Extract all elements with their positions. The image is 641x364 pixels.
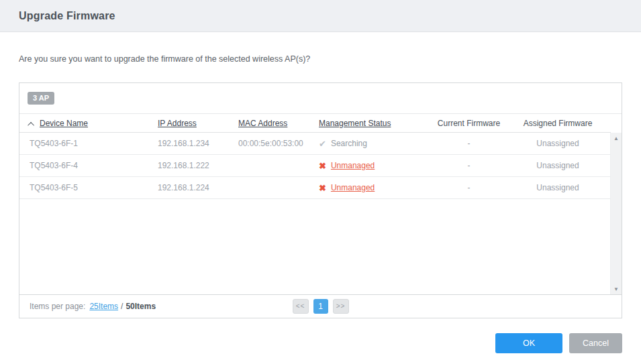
ip-address-cell: 192.168.1.224: [158, 183, 238, 192]
dialog-header: Upgrade Firmware: [0, 0, 641, 32]
table-body: TQ5403-6F-1 192.168.1.234 00:00:5e:00:53…: [19, 133, 622, 294]
current-firmware-cell: -: [433, 161, 505, 170]
device-name-cell: TQ5403-6F-4: [19, 161, 158, 170]
column-header-management-status[interactable]: Management Status: [319, 119, 433, 128]
items-per-page-50-selected: 50Items: [126, 302, 156, 311]
table-row[interactable]: TQ5403-6F-5 192.168.1.224 ✖ Unmanaged - …: [19, 177, 611, 199]
assigned-firmware-cell: Unassigned: [505, 139, 611, 148]
current-firmware-cell: -: [433, 139, 505, 148]
dialog-title: Upgrade Firmware: [19, 10, 115, 22]
page-controls: << 1 >>: [293, 299, 349, 314]
device-name-cell: TQ5403-6F-5: [19, 183, 158, 192]
column-header-current-firmware: Current Firmware: [433, 119, 505, 128]
ip-address-cell: 192.168.1.222: [158, 161, 238, 170]
check-icon: ✔: [319, 139, 326, 149]
cancel-button[interactable]: Cancel: [569, 333, 622, 353]
current-firmware-cell: -: [433, 183, 505, 192]
table-row[interactable]: TQ5403-6F-1 192.168.1.234 00:00:5e:00:53…: [19, 133, 611, 155]
ip-address-cell: 192.168.1.234: [158, 139, 238, 148]
column-header-ip-address[interactable]: IP Address: [158, 119, 238, 128]
assigned-firmware-cell: Unassigned: [505, 183, 611, 192]
device-name-cell: TQ5403-6F-1: [19, 139, 158, 148]
column-header-device-name[interactable]: Device Name: [19, 119, 158, 128]
table-toolbar: 3 AP: [19, 83, 622, 114]
confirmation-message: Are you sure you want to upgrade the fir…: [19, 54, 310, 64]
ap-table: 3 AP Device Name IP Address MAC Address …: [19, 82, 622, 318]
mac-address-cell: 00:00:5e:00:53:00: [238, 139, 319, 148]
items-per-page-label: Items per page:: [30, 302, 85, 311]
column-header-assigned-firmware: Assigned Firmware: [505, 119, 611, 128]
status-label: Searching: [331, 139, 367, 148]
table-row[interactable]: TQ5403-6F-4 192.168.1.222 ✖ Unmanaged - …: [19, 155, 611, 177]
ok-button[interactable]: OK: [495, 333, 562, 353]
column-header-mac-address[interactable]: MAC Address: [238, 119, 319, 128]
next-page-button[interactable]: >>: [333, 299, 349, 314]
unmanaged-link[interactable]: Unmanaged: [331, 161, 375, 170]
previous-page-button[interactable]: <<: [293, 299, 309, 314]
current-page-button[interactable]: 1: [313, 299, 328, 314]
items-per-page-separator: /: [121, 302, 123, 311]
management-status-cell: ✔ Searching: [319, 139, 433, 149]
x-icon: ✖: [319, 161, 326, 171]
assigned-firmware-cell: Unassigned: [505, 161, 611, 170]
items-per-page-25-link[interactable]: 25Items: [89, 302, 118, 311]
table-header-row: Device Name IP Address MAC Address Manag…: [19, 114, 611, 133]
unmanaged-link[interactable]: Unmanaged: [331, 183, 375, 192]
ap-count-badge: 3 AP: [28, 92, 54, 105]
vertical-scrollbar[interactable]: ▲ ▼: [610, 133, 622, 294]
scroll-up-icon[interactable]: ▲: [611, 133, 622, 143]
management-status-cell: ✖ Unmanaged: [319, 161, 433, 171]
x-icon: ✖: [319, 183, 326, 193]
management-status-cell: ✖ Unmanaged: [319, 183, 433, 193]
scroll-down-icon[interactable]: ▼: [611, 284, 622, 294]
sort-ascending-icon: [28, 121, 34, 128]
pagination-bar: Items per page: 25Items / 50Items << 1 >…: [19, 294, 622, 317]
